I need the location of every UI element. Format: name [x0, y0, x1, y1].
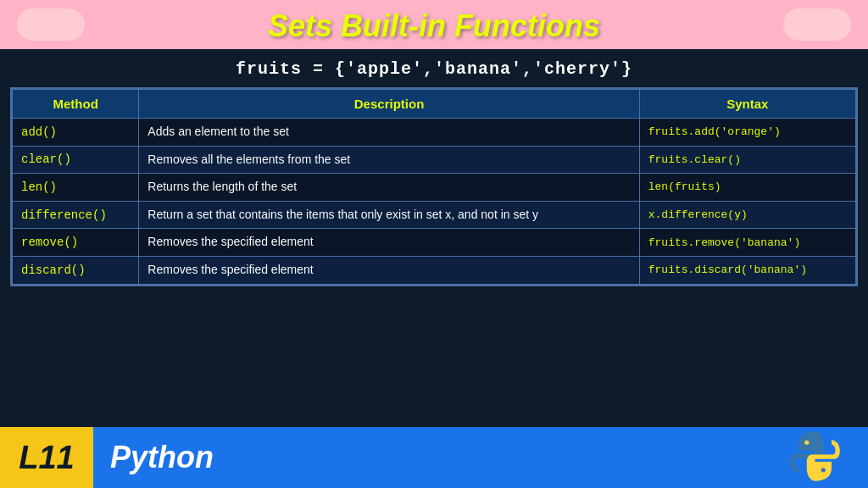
table-row: remove()Removes the specified elementfru…: [13, 229, 856, 257]
lesson-label: L11: [19, 440, 74, 476]
syntax-cell: len(fruits): [639, 174, 855, 202]
table-row: discard()Removes the specified elementfr…: [13, 256, 856, 284]
method-cell: clear(): [13, 146, 139, 174]
python-label: Python: [110, 440, 214, 475]
python-logo-icon: [787, 429, 843, 484]
syntax-cell: fruits.add('orange'): [639, 119, 855, 147]
col-method: Method: [13, 90, 139, 119]
method-cell: remove(): [13, 229, 139, 257]
table-header-row: Method Description Syntax: [13, 90, 856, 119]
code-example: fruits = {'apple','banana','cherry'}: [236, 59, 632, 79]
methods-table: Method Description Syntax add()Adds an e…: [12, 89, 856, 285]
syntax-cell: fruits.remove('banana'): [639, 229, 855, 257]
lesson-badge: L11: [0, 427, 93, 488]
bottom-bar: L11 Python: [0, 427, 868, 488]
page-title: Sets Built-in Functions: [268, 8, 600, 44]
desc-cell: Removes the specified element: [139, 229, 639, 257]
decorator-left: [17, 8, 85, 41]
desc-cell: Adds an element to the set: [139, 119, 639, 147]
decorator-right: [783, 8, 851, 41]
svg-point-1: [821, 468, 826, 472]
table-row: clear()Removes all the elements from the…: [13, 146, 856, 174]
col-description: Description: [139, 90, 639, 119]
code-subtitle: fruits = {'apple','banana','cherry'}: [0, 49, 868, 87]
table-row: len()Returns the length of the setlen(fr…: [13, 174, 856, 202]
desc-cell: Returns the length of the set: [139, 174, 639, 202]
table-container: Method Description Syntax add()Adds an e…: [10, 87, 858, 286]
top-bar: Sets Built-in Functions: [0, 0, 868, 49]
syntax-cell: x.difference(y): [639, 201, 855, 229]
table-row: add()Adds an element to the setfruits.ad…: [13, 119, 856, 147]
method-cell: discard(): [13, 256, 139, 284]
method-cell: len(): [13, 174, 139, 202]
desc-cell: Removes the specified element: [139, 256, 639, 284]
desc-cell: Removes all the elements from the set: [139, 146, 639, 174]
syntax-cell: fruits.clear(): [639, 146, 855, 174]
syntax-cell: fruits.discard('banana'): [639, 256, 855, 284]
col-syntax: Syntax: [639, 90, 855, 119]
svg-point-0: [804, 441, 809, 445]
method-cell: add(): [13, 119, 139, 147]
desc-cell: Return a set that contains the items tha…: [139, 201, 639, 229]
method-cell: difference(): [13, 201, 139, 229]
table-row: difference()Return a set that contains t…: [13, 201, 856, 229]
